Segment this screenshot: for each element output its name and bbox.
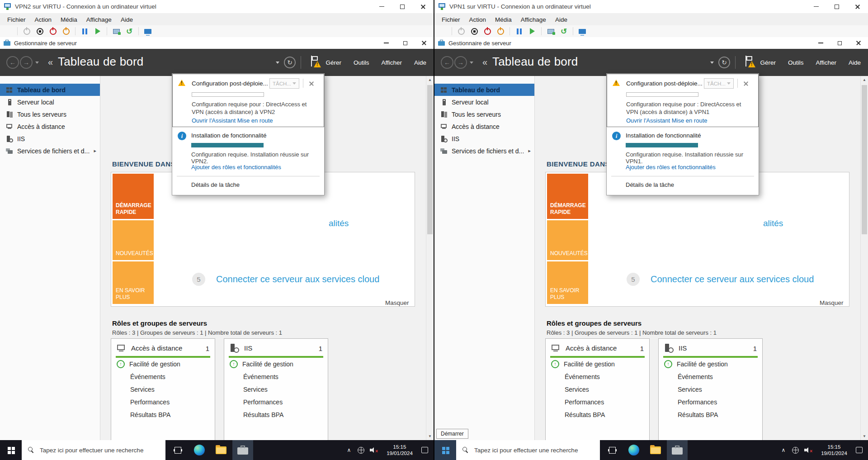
forward-icon[interactable] [20, 56, 33, 69]
connect-cloud-link[interactable]: Connecter ce serveur aux services cloud [216, 274, 379, 285]
vertical-scrollbar[interactable] [860, 76, 868, 440]
menu-aide-sm[interactable]: Aide [849, 59, 861, 66]
vm-close-button[interactable] [847, 0, 868, 13]
refresh-icon[interactable] [718, 57, 730, 68]
card-row-events[interactable]: Événements [111, 370, 215, 383]
menu-gerer[interactable]: Gérer [326, 59, 341, 66]
pause-icon[interactable] [79, 26, 90, 36]
menu-media[interactable]: Média [491, 16, 516, 23]
forward-icon[interactable] [454, 56, 467, 69]
edge-browser-button[interactable] [623, 440, 644, 460]
save-state-icon[interactable] [61, 26, 71, 36]
ctrl-alt-del-icon[interactable] [3, 26, 14, 36]
sidebar-item-dashboard[interactable]: Tableau de bord [434, 84, 534, 96]
play-icon[interactable] [527, 26, 538, 36]
card-row-events[interactable]: Événements [546, 370, 649, 383]
card-row-bpa[interactable]: Résultats BPA [111, 408, 215, 421]
menu-action[interactable]: Action [465, 16, 491, 23]
chevron-up-icon[interactable] [343, 447, 355, 453]
close-notification-icon[interactable] [308, 81, 315, 87]
scroll-up-icon[interactable] [861, 76, 868, 84]
menu-action[interactable]: Action [30, 16, 57, 23]
vertical-scrollbar[interactable] [426, 76, 434, 440]
volume-muted-icon[interactable]: × [804, 446, 812, 454]
partial-link-text[interactable]: alités [763, 218, 783, 228]
menu-fichier[interactable]: Fichier [437, 16, 465, 23]
tile-learn-more[interactable]: EN SAVOIR PLUS [547, 261, 588, 304]
card-row-performance[interactable]: Performances [659, 396, 762, 408]
sidebar-item-file-storage[interactable]: Services de fichiers et d... [434, 145, 534, 157]
sidebar-item-iis[interactable]: IIS [434, 133, 534, 145]
history-dropdown-icon[interactable] [470, 62, 473, 64]
vm-minimize-button[interactable] [806, 0, 826, 13]
vm-minimize-button[interactable] [371, 0, 392, 13]
tile-quick-start[interactable]: DÉMARRAGE RAPIDE [113, 174, 154, 219]
shutdown-icon[interactable] [482, 26, 493, 36]
card-title[interactable]: IIS [244, 344, 314, 352]
menu-outils[interactable]: Outils [788, 59, 804, 66]
sidebar-item-dashboard[interactable]: Tableau de bord [0, 84, 100, 96]
menu-afficher[interactable]: Afficher [381, 59, 402, 66]
clock[interactable]: 15:15 19/01/2024 [817, 444, 851, 456]
sm-restore-button[interactable] [396, 37, 415, 49]
revert-icon[interactable] [558, 26, 569, 36]
card-title[interactable]: IIS [679, 344, 749, 352]
tasks-dropdown-button[interactable]: TÂCH... [269, 78, 299, 89]
sidebar-item-all-servers[interactable]: Tous les serveurs [0, 108, 100, 120]
menu-media[interactable]: Média [56, 16, 82, 23]
welcome-step-5[interactable]: 5 Connecter ce serveur aux services clou… [627, 273, 814, 286]
tile-whats-new[interactable]: NOUVEAUTÉS [113, 220, 154, 260]
revert-icon[interactable] [124, 26, 135, 36]
scroll-down-icon[interactable] [426, 432, 434, 440]
card-row-services[interactable]: Services [111, 383, 215, 396]
scroll-down-icon[interactable] [861, 432, 868, 440]
chevron-up-icon[interactable] [778, 447, 789, 453]
ctrl-alt-del-icon[interactable] [437, 26, 448, 36]
scrollbar-thumb[interactable] [862, 85, 867, 234]
welcome-step-5[interactable]: 5 Connecter ce serveur aux services clou… [192, 273, 379, 286]
sidebar-item-all-servers[interactable]: Tous les serveurs [434, 108, 534, 120]
close-notification-icon[interactable] [743, 81, 749, 87]
file-explorer-button[interactable] [645, 440, 666, 460]
checkpoint-icon[interactable] [545, 26, 556, 36]
menu-outils[interactable]: Outils [354, 59, 369, 66]
card-title[interactable]: Accès à distance [131, 344, 201, 352]
menu-aide-sm[interactable]: Aide [414, 59, 426, 66]
search-input[interactable]: Tapez ici pour effectuer une recherche [456, 440, 600, 460]
server-manager-taskbar-button[interactable] [232, 440, 253, 460]
volume-muted-icon[interactable]: × [370, 446, 378, 454]
sidebar-item-iis[interactable]: IIS [0, 133, 100, 145]
breadcrumb-dropdown-icon[interactable] [276, 62, 279, 64]
card-row-services[interactable]: Services [224, 383, 328, 396]
add-roles-features-link[interactable]: Ajouter des rôles et fonctionnalités [191, 164, 281, 171]
sidebar-item-remote-access[interactable]: Accès à distance [434, 120, 534, 133]
breadcrumb-collapse-icon[interactable]: « [482, 57, 487, 67]
power-icon[interactable] [456, 26, 467, 36]
connect-cloud-link[interactable]: Connecter ce serveur aux services cloud [651, 274, 814, 285]
card-row-bpa[interactable]: Résultats BPA [224, 408, 328, 421]
enhanced-session-icon[interactable] [577, 26, 588, 36]
history-dropdown-icon[interactable] [35, 62, 39, 64]
card-row-performance[interactable]: Performances [546, 396, 649, 408]
breadcrumb-dropdown-icon[interactable] [710, 62, 714, 64]
card-row-services[interactable]: Services [659, 383, 762, 396]
network-icon[interactable] [792, 447, 799, 454]
save-state-icon[interactable] [495, 26, 506, 36]
card-row-manageability[interactable]: Facilité de gestion [111, 358, 215, 370]
menu-gerer[interactable]: Gérer [760, 59, 776, 66]
card-row-services[interactable]: Services [546, 383, 649, 396]
menu-aide[interactable]: Aide [116, 16, 137, 23]
play-icon[interactable] [92, 26, 103, 36]
vm-maximize-button[interactable] [826, 0, 847, 13]
sm-restore-button[interactable] [830, 37, 849, 49]
open-getting-started-link[interactable]: Ouvrir l'Assistant Mise en route [626, 117, 708, 124]
pause-icon[interactable] [514, 26, 524, 36]
open-getting-started-link[interactable]: Ouvrir l'Assistant Mise en route [192, 117, 273, 124]
enhanced-session-icon[interactable] [142, 26, 153, 36]
notifications-flag-icon[interactable] [310, 55, 321, 68]
vm-maximize-button[interactable] [392, 0, 413, 13]
card-row-manageability[interactable]: Facilité de gestion [659, 358, 762, 370]
menu-afficher[interactable]: Afficher [816, 59, 836, 66]
shutdown-icon[interactable] [47, 26, 58, 36]
action-center-icon[interactable] [856, 447, 863, 453]
